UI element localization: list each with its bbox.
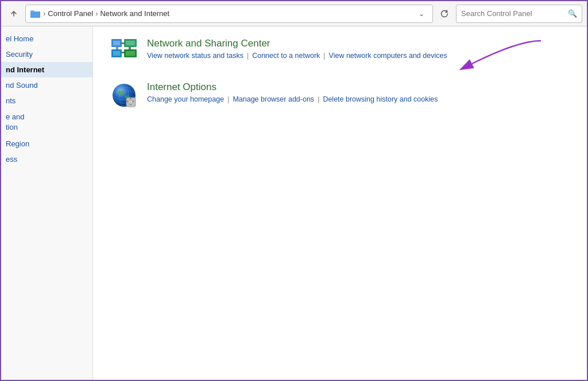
main-layout: el Home Security nd Internet nd Sound nt…	[1, 26, 587, 381]
svg-rect-13	[116, 47, 118, 50]
search-input[interactable]	[461, 9, 566, 18]
breadcrumb-sep1: ›	[43, 9, 45, 18]
content-area: Network and Sharing Center View network …	[93, 26, 587, 381]
sidebar-item-security[interactable]: Security	[1, 46, 92, 62]
svg-rect-15	[122, 42, 125, 44]
breadcrumb-dropdown-button[interactable]: ⌄	[415, 9, 428, 19]
network-sharing-center-icon	[110, 38, 138, 65]
breadcrumb-current[interactable]: Network and Internet	[100, 9, 169, 18]
sidebar-item-user-accounts[interactable]: e andtion	[1, 108, 92, 136]
sidebar: el Home Security nd Internet nd Sound nt…	[1, 26, 93, 381]
network-sharing-center-details: Network and Sharing Center View network …	[147, 38, 570, 60]
sep3: |	[227, 95, 229, 103]
svg-rect-24	[130, 98, 131, 99]
sep1: |	[247, 52, 249, 60]
svg-point-21	[118, 91, 124, 95]
folder-icon	[30, 9, 41, 19]
breadcrumb[interactable]: › Control Panel › Network and Internet ⌄	[25, 5, 433, 23]
link-connect-network[interactable]: Connect to a network	[252, 52, 320, 60]
svg-rect-26	[127, 100, 128, 102]
internet-options-title[interactable]: Internet Options	[147, 81, 570, 93]
sidebar-item-programs[interactable]: nts	[1, 93, 92, 108]
link-delete-history[interactable]: Delete browsing history and cookies	[323, 95, 438, 103]
sep2: |	[323, 52, 325, 60]
link-homepage[interactable]: Change your homepage	[147, 95, 224, 103]
sep4: |	[318, 95, 319, 103]
link-view-network-status[interactable]: View network status and tasks	[147, 52, 243, 60]
search-icon[interactable]: 🔍	[568, 9, 577, 18]
network-sharing-center-links: View network status and tasks | Connect …	[147, 52, 570, 60]
sidebar-item-network-internet[interactable]: nd Internet	[1, 62, 92, 77]
sidebar-item-hardware-sound[interactable]: nd Sound	[1, 77, 92, 93]
internet-options-links: Change your homepage | Manage browser ad…	[147, 95, 570, 103]
internet-options-icon	[110, 81, 138, 109]
network-sharing-center-title[interactable]: Network and Sharing Center	[147, 38, 570, 49]
svg-rect-8	[126, 41, 135, 45]
svg-rect-6	[113, 41, 120, 45]
search-area: 🔍	[456, 5, 582, 23]
link-browser-addons[interactable]: Manage browser add-ons	[233, 95, 314, 103]
sidebar-item-clock-region[interactable]: Region	[1, 136, 92, 151]
sidebar-item-control-panel-home[interactable]: el Home	[1, 31, 92, 46]
internet-options-item: Internet Options Change your homepage | …	[110, 81, 570, 109]
network-sharing-center-item: Network and Sharing Center View network …	[110, 38, 570, 65]
link-view-computers[interactable]: View network computers and devices	[329, 52, 447, 60]
svg-rect-16	[122, 52, 125, 53]
breadcrumb-control-panel[interactable]: Control Panel	[48, 9, 93, 18]
svg-rect-12	[126, 51, 135, 56]
nav-up-button[interactable]	[6, 6, 22, 22]
svg-rect-27	[133, 100, 134, 102]
svg-point-29	[130, 102, 131, 103]
sidebar-item-ease-access[interactable]: ess	[1, 151, 92, 167]
refresh-button[interactable]	[436, 6, 452, 22]
breadcrumb-sep2: ›	[95, 9, 98, 18]
internet-options-details: Internet Options Change your homepage | …	[147, 81, 570, 103]
svg-rect-14	[129, 47, 131, 50]
address-bar: › Control Panel › Network and Internet ⌄…	[1, 1, 587, 26]
svg-rect-10	[113, 51, 120, 56]
svg-rect-3	[30, 11, 40, 17]
